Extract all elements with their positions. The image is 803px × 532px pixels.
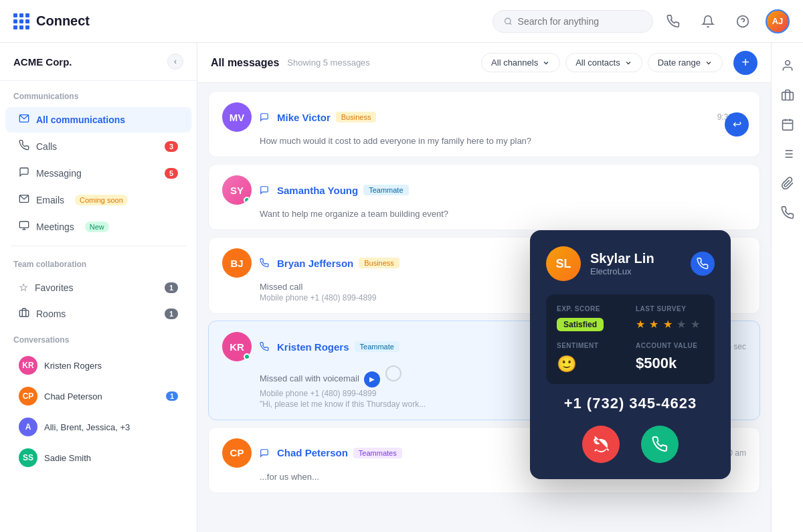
calls-icon — [19, 140, 29, 153]
list-icon[interactable] — [776, 142, 800, 166]
play-btn[interactable]: ▶ — [364, 371, 380, 387]
star-5: ★ — [691, 319, 701, 330]
star-2: ★ — [649, 319, 659, 330]
convo-item[interactable]: KR Kristen Rogers — [5, 351, 191, 380]
sidebar-item-rooms[interactable]: Rooms 1 — [5, 301, 191, 327]
svg-rect-11 — [782, 92, 793, 100]
last-survey-stat: LAST SURVEY ★ ★ ★ ★ ★ — [636, 305, 704, 331]
sidebar-item-label: Rooms — [36, 308, 66, 319]
sidebar-item-meetings[interactable]: Meetings New — [5, 214, 191, 240]
sidebar-item-all-communications[interactable]: All communications — [5, 107, 191, 132]
convo-badge: 1 — [166, 391, 178, 401]
last-survey-label: LAST SURVEY — [636, 305, 704, 313]
header-icons: AJ — [661, 9, 790, 33]
search-input[interactable] — [518, 16, 642, 27]
phone-right-icon[interactable] — [776, 201, 800, 225]
header: Connect AJ — [0, 0, 803, 43]
team-label: Team collaboration — [0, 252, 197, 274]
phone-icon — [260, 342, 269, 351]
search-bar[interactable] — [493, 10, 653, 33]
filter-all-contacts[interactable]: All contacts — [565, 53, 642, 72]
svg-rect-9 — [19, 311, 28, 317]
call-stats: EXP. SCORE Satisfied LAST SURVEY ★ ★ ★ ★… — [546, 294, 715, 384]
sidebar-item-label: Calls — [36, 141, 57, 152]
messages-header: All messages Showing 5 messages All chan… — [197, 43, 771, 83]
convo-name: Sadie Smith — [44, 453, 178, 463]
msg-avatar: MV — [222, 102, 252, 132]
sentiment-label: SENTIMENT — [557, 342, 625, 349]
message-card[interactable]: MV Mike Victor Business 9:30 am How much… — [208, 91, 760, 157]
messaging-icon — [19, 167, 29, 180]
filter-all-channels[interactable]: All channels — [481, 53, 560, 72]
message-card[interactable]: SY Samantha Young Teammate Want to help … — [208, 164, 760, 230]
msg-badge: Teammate — [355, 341, 399, 352]
msg-avatar: SY — [222, 175, 252, 205]
sidebar-item-emails[interactable]: Emails Coming soon — [5, 187, 191, 213]
user-avatar[interactable]: AJ — [766, 9, 790, 33]
messages-title: All messages — [211, 57, 279, 69]
account-value-stat: ACCOUNT VALUE $500k — [636, 342, 704, 373]
convo-avatar: A — [19, 418, 37, 436]
decline-icon — [593, 436, 609, 452]
messages-count: Showing 5 messages — [287, 58, 370, 68]
msg-name: Kristen Rogers — [277, 341, 349, 353]
svg-rect-6 — [19, 221, 28, 228]
sidebar-item-calls[interactable]: Calls 3 — [5, 134, 191, 159]
circle-btn[interactable] — [385, 365, 402, 381]
call-person-row: SL Skylar Lin ElectroLux — [546, 246, 715, 281]
phone-header-icon[interactable] — [661, 9, 685, 33]
filter-label: All channels — [491, 58, 538, 68]
msg-name: Bryan Jefferson — [277, 258, 353, 269]
calls-badge: 3 — [165, 141, 178, 152]
star-3: ★ — [663, 319, 673, 330]
bell-icon[interactable] — [696, 9, 720, 33]
grid-icon[interactable] — [13, 13, 29, 29]
svg-rect-12 — [782, 120, 792, 130]
msg-body: How much would it cost to add everyone i… — [222, 136, 746, 146]
sidebar-item-favorites[interactable]: ☆ Favorites 1 — [5, 275, 191, 300]
filter-date-range[interactable]: Date range — [648, 53, 723, 72]
svg-point-10 — [785, 61, 790, 66]
all-comms-icon — [19, 113, 29, 126]
convo-item[interactable]: SS Sadie Smith — [5, 443, 191, 472]
msg-badge: Business — [336, 112, 377, 122]
convo-avatar: CP — [19, 387, 37, 406]
sidebar-org: ACME Corp. ‹ — [0, 43, 197, 81]
sentiment-emoji: 🙂 — [557, 355, 577, 373]
convo-item[interactable]: A Alli, Brent, Jessica, +3 — [5, 412, 191, 442]
rooms-icon — [19, 307, 29, 321]
add-message-btn[interactable]: + — [733, 51, 757, 75]
reply-btn[interactable]: ↩ — [725, 112, 749, 137]
msg-name: Chad Peterson — [277, 447, 348, 458]
msg-info: Samantha Young Teammate — [260, 185, 746, 196]
msg-name-row: Mike Victor Business 9:30 am — [260, 112, 746, 123]
help-icon[interactable] — [731, 9, 755, 33]
convo-name: Kristen Rogers — [44, 361, 178, 371]
call-number: +1 (732) 345-4623 — [546, 395, 715, 412]
messaging-badge: 5 — [165, 168, 178, 179]
person-icon[interactable] — [776, 54, 800, 78]
content-area: All messages Showing 5 messages All chan… — [197, 43, 771, 532]
decline-call-btn[interactable] — [582, 426, 620, 463]
meetings-icon — [19, 220, 29, 234]
convo-item[interactable]: CP Chad Peterson 1 — [5, 381, 191, 411]
msg-name: Mike Victor — [277, 112, 331, 123]
communications-label: Communications — [0, 81, 197, 106]
msg-body: Want to help me organize a team building… — [222, 209, 746, 219]
msg-name: Samantha Young — [277, 185, 358, 196]
clip-icon[interactable] — [776, 171, 800, 195]
call-avatar-btn[interactable] — [691, 252, 715, 276]
msg-name-row: Samantha Young Teammate — [260, 185, 746, 196]
collapse-btn[interactable]: ‹ — [167, 54, 183, 70]
accept-call-btn[interactable] — [641, 426, 679, 463]
star-1: ★ — [636, 319, 646, 330]
favorites-badge: 1 — [165, 282, 178, 293]
msg-avatar: BJ — [222, 248, 252, 278]
convo-name: Alli, Brent, Jessica, +3 — [44, 422, 178, 432]
exp-score-label: EXP. SCORE — [557, 305, 625, 313]
msg-header: MV Mike Victor Business 9:30 am — [222, 102, 746, 132]
building-icon[interactable] — [776, 83, 800, 107]
calendar-icon[interactable] — [776, 112, 800, 137]
sidebar-item-messaging[interactable]: Messaging 5 — [5, 161, 191, 186]
msg-avatar-wrap: KR — [222, 332, 252, 361]
